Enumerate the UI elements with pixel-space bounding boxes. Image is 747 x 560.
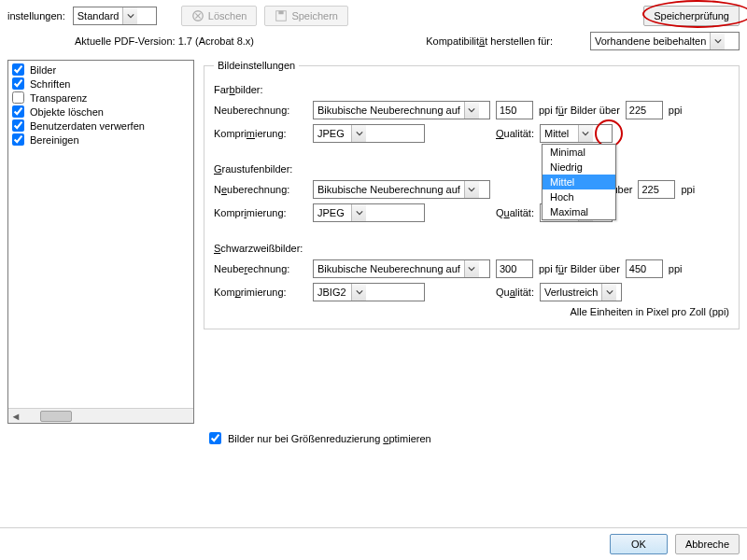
bw-title: Schwarzweißbilder: (214, 243, 729, 254)
gray-ppi2-input[interactable] (638, 180, 675, 199)
ppi-unit: ppi (669, 105, 683, 116)
compress-label: Komprimierung: (214, 287, 307, 298)
optimize-label: Bilder nur bei Größenreduzierung optimie… (228, 433, 431, 444)
sidebar-check[interactable] (12, 119, 24, 132)
memory-check-button[interactable]: Speicherprüfung (643, 6, 740, 26)
compress-label: Komprimierung: (214, 128, 307, 139)
save-icon (275, 9, 288, 22)
quality-option[interactable]: Minimal (543, 145, 615, 160)
cancel-button[interactable]: Abbreche (675, 534, 740, 554)
sidebar-item-label: Transparenz (30, 92, 87, 104)
chevron-down-icon (351, 125, 366, 142)
sidebar-item-transparenz[interactable]: Transparenz (10, 91, 191, 105)
sidebar-hscrollbar[interactable]: ◄ (8, 408, 193, 423)
bw-ppi2-input[interactable] (626, 259, 663, 278)
recalc-label: Neuberechnung: (214, 105, 307, 116)
bw-recalc-select[interactable]: Bikubische Neuberechnung auf (313, 259, 490, 278)
sidebar-item-label: Objekte löschen (30, 106, 104, 118)
sidebar-item-label: Benutzerdaten verwerfen (30, 120, 145, 132)
color-ppi2-input[interactable] (626, 101, 663, 119)
chevron-down-icon (710, 33, 725, 49)
compat-value: Vorhandene beibehalten (591, 35, 710, 47)
chevron-down-icon (578, 125, 593, 142)
compat-select[interactable]: Vorhandene beibehalten (590, 32, 740, 50)
category-list: Bilder Schriften Transparenz Objekte lös… (8, 61, 193, 408)
quality-option-selected[interactable]: Mittel (543, 175, 615, 189)
save-button: Speichern (264, 6, 348, 26)
select-value: Verlustreich (541, 287, 601, 298)
bw-quality-select[interactable]: Verlustreich (540, 283, 622, 301)
select-value: Bikubische Neuberechnung auf (314, 184, 464, 195)
color-ppi1-input[interactable] (496, 101, 533, 119)
svg-rect-2 (279, 11, 284, 15)
pdf-version-label: Aktuelle PDF-Version: 1.7 (Acrobat 8.x) (75, 35, 254, 47)
over-label: ppi für Bilder über (539, 263, 620, 274)
recalc-label: Neuberechnung: (214, 263, 307, 274)
bw-compress-select[interactable]: JBIG2 (313, 283, 425, 301)
quality-option[interactable]: Maximal (543, 204, 615, 219)
color-compress-select[interactable]: JPEG (313, 124, 425, 143)
ppi-unit: ppi (681, 184, 695, 195)
category-sidebar: Bilder Schriften Transparenz Objekte lös… (7, 60, 194, 424)
sidebar-item-label: Bereinigen (30, 134, 79, 146)
select-value: Bikubische Neuberechnung auf (314, 105, 464, 116)
sidebar-item-benutzerdaten[interactable]: Benutzerdaten verwerfen (10, 119, 191, 133)
sidebar-check[interactable] (12, 133, 24, 146)
recalc-label: Neuberechnung: (214, 184, 307, 195)
color-quality-select[interactable]: Mittel (540, 124, 613, 143)
gray-recalc-select[interactable]: Bikubische Neuberechnung auf (313, 180, 490, 199)
sidebar-check[interactable] (12, 91, 24, 104)
quality-option[interactable]: Hoch (543, 189, 615, 204)
settings-select[interactable]: Standard (73, 7, 157, 25)
chevron-down-icon (601, 284, 616, 301)
ok-button[interactable]: OK (610, 534, 668, 554)
ppi-unit: ppi (669, 263, 683, 274)
compat-label: Kompatibilität herstellen für: (426, 35, 553, 47)
chevron-down-icon (464, 260, 479, 277)
gray-title: Graustufenbilder: (214, 163, 729, 175)
compress-label: Komprimierung: (214, 207, 307, 218)
chevron-down-icon (464, 102, 479, 119)
sidebar-check[interactable] (12, 77, 24, 90)
quality-option[interactable]: Niedrig (543, 160, 615, 175)
delete-label: Löschen (208, 10, 247, 21)
scroll-left-icon[interactable]: ◄ (8, 410, 23, 423)
save-label: Speichern (291, 10, 338, 21)
chevron-down-icon (351, 284, 366, 301)
bw-ppi1-input[interactable] (496, 259, 533, 278)
quality-label: Qualität: (496, 207, 534, 218)
select-value: Mittel (541, 128, 578, 139)
image-settings-fieldset: Bildeinstellungen Farbbilder: Neuberechn… (204, 60, 740, 329)
sidebar-item-schriften[interactable]: Schriften (10, 77, 191, 91)
gray-compress-select[interactable]: JPEG (313, 203, 425, 222)
color-recalc-select[interactable]: Bikubische Neuberechnung auf (313, 101, 490, 119)
quality-label: Qualität: (496, 128, 534, 139)
sidebar-item-objekte[interactable]: Objekte löschen (10, 105, 191, 119)
sidebar-item-bereinigen[interactable]: Bereinigen (10, 133, 191, 147)
sidebar-item-label: Bilder (30, 64, 56, 76)
memory-check-label: Speicherprüfung (654, 10, 729, 21)
select-value: JPEG (314, 128, 351, 139)
quality-label: Qualität: (496, 287, 534, 298)
cancel-label: Abbreche (685, 539, 729, 550)
select-value: Bikubische Neuberechnung auf (314, 263, 464, 274)
fieldset-legend: Bildeinstellungen (214, 60, 299, 71)
units-note: Alle Einheiten in Pixel pro Zoll (ppi) (214, 306, 729, 317)
scroll-thumb[interactable] (40, 411, 72, 422)
sidebar-check[interactable] (12, 63, 24, 76)
sidebar-item-bilder[interactable]: Bilder (10, 63, 191, 77)
dialog-footer: OK Abbreche (0, 527, 747, 560)
select-value: JPEG (314, 207, 351, 218)
sidebar-check[interactable] (12, 105, 24, 118)
sidebar-item-label: Schriften (30, 78, 70, 90)
delete-button: Löschen (181, 6, 258, 26)
quality-dropdown-list[interactable]: Minimal Niedrig Mittel Hoch Maximal (542, 144, 616, 220)
chevron-down-icon (351, 204, 366, 221)
select-value: JBIG2 (314, 287, 351, 298)
optimize-checkbox[interactable] (209, 432, 221, 444)
delete-icon (191, 9, 204, 22)
color-title: Farbbilder: (214, 84, 729, 95)
settings-value: Standard (74, 10, 123, 21)
ok-label: OK (631, 539, 646, 550)
over-label: ppi für Bilder über (539, 105, 620, 116)
